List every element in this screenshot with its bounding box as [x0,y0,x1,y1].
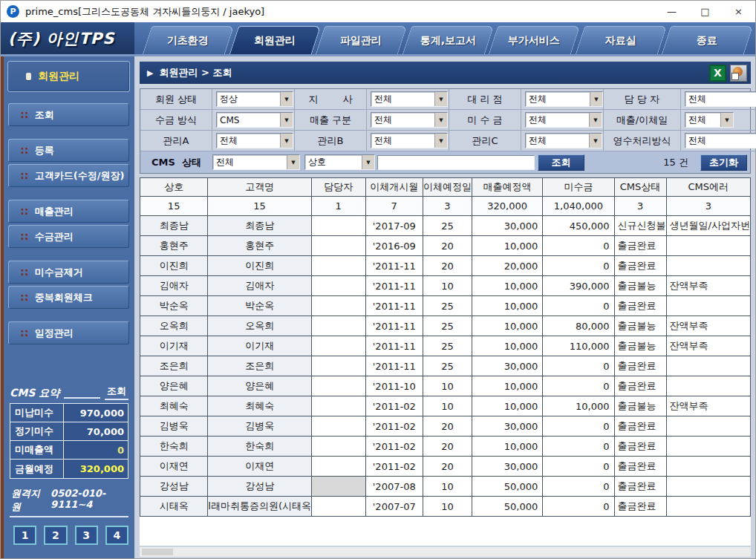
sidebar-item-collection-mgmt[interactable]: ∷수금관리 [8,225,129,248]
tab-label: 종료 [697,34,718,48]
cell-receivable: 80,000 [543,316,614,336]
selected-value: CMS [217,115,280,125]
sidebar-item-schedule-mgmt[interactable]: ∷일정관리 [8,321,129,344]
close-button[interactable]: × [722,1,755,22]
sidebar-item-customer-card[interactable]: ∷고객카드(수정/원장) [8,164,129,187]
cell-company: 김병욱 [140,416,208,437]
table-row[interactable]: 김병욱김병욱'2011-022030,0000출금완료 [140,416,751,437]
remote-page-button-1[interactable]: 1 [13,526,36,545]
table-row[interactable]: 홍현주홍현주'2016-092010,0000출금완료 [140,236,751,256]
tab-extra-services[interactable]: 부가서비스 [489,26,580,54]
cell-company: 박순옥 [140,296,208,316]
chevron-down-icon: ▼ [434,134,447,148]
cms-summary-title: CMS 요약 [10,387,59,400]
table-row[interactable]: 강성남강성남'2007-081050,0000출금완료 [140,477,751,497]
cell-company: 최혜숙 [140,396,208,416]
mgmt-b-select[interactable]: 전체▼ [371,133,448,148]
search-input[interactable] [377,155,535,170]
column-header-receivable[interactable]: 미수금 [543,178,614,197]
branch-select[interactable]: 전체▼ [371,91,448,107]
cell-customer: 양은혜 [208,376,312,396]
sidebar-item-register[interactable]: ∷등록 [8,139,129,162]
remote-page-button-3[interactable]: 3 [75,526,98,545]
cell-company: 한숙희 [140,437,208,457]
column-header-transfer-due-day[interactable]: 이체예정일 [423,178,472,197]
table-row[interactable]: 김애자김애자'2011-111010,000390,000출금불능잔액부족 [140,276,751,296]
sidebar-header-member-mgmt[interactable]: 회원관리 [7,61,130,92]
cell-transfer-start-month: '2016-09 [365,236,423,256]
sidebar-item-query[interactable]: ∷조회 [8,103,129,126]
mgmt-a-select[interactable]: 전체▼ [216,133,293,148]
tab-archive[interactable]: 자료실 [576,26,667,54]
table-row[interactable]: 이기재이기재'2011-112510,000110,000출금불능잔액부족 [140,336,751,356]
selected-value: 전체 [685,114,720,126]
cell-customer: 최혜숙 [208,396,312,416]
sidebar-item-duplicate-check[interactable]: ∷중복회원체크 [8,286,129,309]
manager-select[interactable]: 전체▼ [685,91,756,107]
reset-button[interactable]: 초기화 [700,154,747,171]
sidebar-item-receivable-remove[interactable]: ∷미수금제거 [8,261,129,284]
column-header-cms-status[interactable]: CMS상태 [614,178,666,197]
cell-cms-error: 잔액부족 [666,276,750,296]
cell-customer: 최종남 [208,216,312,236]
tab-exit[interactable]: 종료 [662,26,753,54]
maximize-button[interactable]: □ [688,1,722,22]
column-header-company[interactable]: 상호 [140,178,208,197]
cell-receivable: 0 [543,437,614,457]
collection-method-select[interactable]: CMS▼ [216,112,293,128]
sales-type-select[interactable]: 전체▼ [371,112,448,128]
table-row[interactable]: 최혜숙최혜숙'2011-021010,00010,000출금불능잔액부족 [140,396,751,416]
table-row[interactable]: 오옥희오옥희'2011-112510,00080,000출금불능잔액부족 [140,316,751,336]
app-shortcut-icon[interactable] [730,65,747,82]
member-status-select[interactable]: 정상▼ [216,91,293,107]
cell-transfer-start-month: '2007-08 [365,477,423,497]
sidebar-item-sales-mgmt[interactable]: ∷매출관리 [8,200,129,223]
tab-member-mgmt[interactable]: 회원관리 [229,26,320,54]
cell-receivable: 0 [543,497,614,517]
table-row[interactable]: 조은희조은희'2011-112530,0000출금완료 [140,356,751,376]
remote-page-button-4[interactable]: 4 [105,526,128,545]
agency-select[interactable]: 전체▼ [525,91,603,107]
cms-summary-panel: CMS 요약 조회 미납미수970,000정기미수70,000미매출액0금월예정… [7,385,130,558]
cms-summary-row: 미납미수970,000 [10,404,128,422]
cell-company: 최종남 [140,216,208,236]
cell-cms-status: 출금완료 [614,356,666,376]
column-header-manager[interactable]: 담당자 [311,178,365,197]
scrollbar-thumb[interactable] [142,549,173,555]
column-header-transfer-start-month[interactable]: 이체개시월 [365,178,423,197]
table-row[interactable]: 이재연이재연'2011-022030,0000출금완료 [140,457,751,477]
horizontal-scrollbar[interactable] [140,547,751,557]
tab-base-env[interactable]: 기초환경 [143,26,234,54]
divider [64,391,100,399]
table-row[interactable]: 최종남최종남'2017-092530,000450,000신규신청불생년월일/사… [140,216,751,236]
cell-cms-error [666,356,750,376]
summary-cell-receivable: 1,040,000 [543,197,614,216]
table-row[interactable]: 양은혜양은혜'2011-101010,0000출금완료 [140,376,751,396]
cell-customer: 조은희 [208,356,312,376]
tab-file-mgmt[interactable]: 파일관리 [316,26,407,54]
minimize-button[interactable]: — [655,1,688,22]
cell-transfer-due-day: 20 [423,256,472,276]
table-row[interactable]: 이진희이진희'2011-112020,0000출금완료 [140,256,751,276]
sidebar-item-label: 고객카드(수정/원장) [35,169,125,183]
sales-transfer-date-select[interactable]: 전체▼ [685,112,734,128]
column-header-cms-error[interactable]: CMS에러 [666,178,750,197]
receivable-select[interactable]: 전체▼ [525,112,602,128]
cell-transfer-start-month: '2011-11 [365,336,423,356]
excel-export-icon[interactable]: X [709,65,726,82]
tab-stats-report[interactable]: 통계,보고서 [403,26,494,54]
search-field-select[interactable]: 상호 ▼ [304,154,375,170]
column-header-customer[interactable]: 고객명 [208,178,312,197]
mgmt-c-select[interactable]: 전체▼ [525,133,602,148]
cell-expected-sales: 10,000 [472,316,542,336]
table-row[interactable]: 시태옥l래마취통증의원(시태옥'2007-071050,0000출금완료 [140,497,751,517]
column-header-expected-sales[interactable]: 매출예정액 [472,178,542,197]
cms-status-select[interactable]: 전체 ▼ [212,154,300,170]
search-button[interactable]: 조회 [538,154,584,171]
receipt-method-select[interactable]: 전체▼ [685,133,756,148]
cms-summary-value: 0 [64,441,128,459]
remote-page-button-2[interactable]: 2 [44,526,67,545]
table-row[interactable]: 박순옥박순옥'2011-112510,0000출금완료 [140,296,751,316]
cms-summary-query-link[interactable]: 조회 [105,385,128,400]
table-row[interactable]: 한숙희한숙희'2011-022010,0000출금완료 [140,437,751,457]
